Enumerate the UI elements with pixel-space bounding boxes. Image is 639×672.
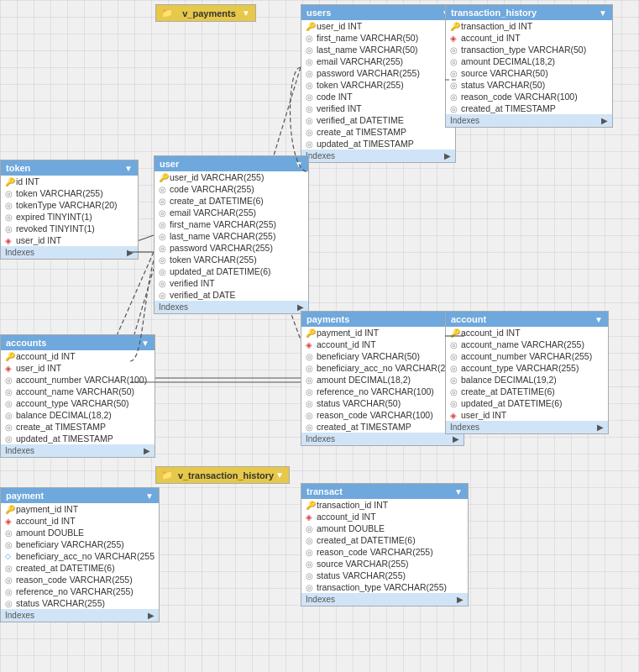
col-icon: ◎ bbox=[5, 201, 13, 209]
table-user-title: user bbox=[160, 159, 179, 169]
table-account-header: account ▼ bbox=[446, 312, 608, 327]
col-icon: ◎ bbox=[306, 116, 314, 124]
payment-sort-arrow: ▼ bbox=[145, 491, 154, 501]
col-icon: ◎ bbox=[306, 92, 314, 101]
col-icon: ◎ bbox=[5, 213, 13, 221]
col-icon: ◎ bbox=[5, 224, 13, 233]
col-icon: ◎ bbox=[306, 69, 314, 77]
col-icon: ◎ bbox=[450, 387, 458, 396]
table-row: ◈account_id INT bbox=[446, 32, 612, 44]
table-row: 🔑payment_id INT bbox=[1, 503, 159, 515]
table-row: 🔑id INT bbox=[1, 176, 138, 187]
table-row: ◎updated_at DATETIME(6) bbox=[155, 265, 308, 277]
table-row: ◎email VARCHAR(255) bbox=[301, 55, 455, 67]
token-sort-arrow: ▼ bbox=[124, 164, 133, 173]
col-icon: ◎ bbox=[5, 399, 13, 407]
key-icon: 🔑 bbox=[450, 22, 458, 30]
table-v-transaction-history-icon: 📁 bbox=[161, 470, 173, 480]
table-token-footer: Indexes▶ bbox=[1, 246, 138, 259]
table-row: ◎amount DECIMAL(18,2) bbox=[301, 374, 464, 386]
table-row: ◎source VARCHAR(255) bbox=[301, 558, 468, 570]
table-row: ◎create_at TIMESTAMP bbox=[301, 126, 455, 138]
table-account-title: account bbox=[451, 314, 486, 324]
col-icon: ◎ bbox=[450, 352, 458, 360]
col-icon: ◎ bbox=[450, 364, 458, 372]
table-payments-header: payments ▼ bbox=[301, 312, 464, 327]
table-row: 🔑user_id INT bbox=[301, 20, 455, 32]
table-row: ◈user_id INT bbox=[1, 234, 138, 246]
table-row: 🔑transaction_id INT bbox=[446, 20, 612, 32]
table-row: ◎amount DECIMAL(18,2) bbox=[446, 55, 612, 67]
transact-sort-arrow: ▼ bbox=[454, 487, 463, 496]
table-transact-title: transact bbox=[306, 486, 343, 496]
table-v-payments-header: 📁 v_payments ▼ bbox=[156, 5, 255, 21]
table-row: ◎transaction_type VARCHAR(50) bbox=[446, 44, 612, 55]
fk-icon: ◈ bbox=[450, 411, 458, 419]
col-icon: ◎ bbox=[306, 34, 314, 42]
table-row: ◎status VARCHAR(255) bbox=[1, 597, 159, 609]
key-icon: 🔑 bbox=[159, 173, 167, 181]
table-users: users ▼ 🔑user_id INT ◎first_name VARCHAR… bbox=[301, 4, 456, 163]
key-icon: 🔑 bbox=[306, 501, 314, 509]
table-payment-title: payment bbox=[6, 491, 44, 501]
table-account-footer: Indexes▶ bbox=[446, 421, 608, 433]
table-user: user ▼ 🔑user_id VARCHAR(255) ◎code VARCH… bbox=[154, 155, 309, 314]
user-sort-arrow: ▼ bbox=[295, 160, 303, 169]
table-row: ◎updated_at DATETIME(6) bbox=[446, 397, 608, 409]
col-icon: ◎ bbox=[450, 399, 458, 407]
table-row: ◈user_id INT bbox=[446, 409, 608, 421]
col-icon: ◎ bbox=[5, 599, 13, 607]
table-row: ◎reason_code VARCHAR(255) bbox=[1, 574, 159, 585]
col-icon: ◎ bbox=[159, 208, 167, 217]
col-icon: ◎ bbox=[159, 232, 167, 240]
table-row: ◎amount DOUBLE bbox=[1, 527, 159, 538]
table-row: ◎amount DOUBLE bbox=[301, 522, 468, 534]
table-row: ◎code VARCHAR(255) bbox=[155, 183, 308, 195]
table-row: ◎created_at TIMESTAMP bbox=[301, 421, 464, 433]
table-row: ◎account_type VARCHAR(50) bbox=[1, 397, 155, 409]
key-icon: 🔑 bbox=[5, 177, 13, 186]
table-row: ◎tokenType VARCHAR(20) bbox=[1, 199, 138, 211]
vth-sort-arrow: ▼ bbox=[275, 470, 284, 480]
table-users-title: users bbox=[306, 8, 331, 18]
col-icon: ◎ bbox=[306, 524, 314, 533]
table-user-header: user ▼ bbox=[155, 156, 308, 171]
col-icon: ◎ bbox=[306, 364, 314, 372]
table-payments: payments ▼ 🔑payment_id INT ◈account_id I… bbox=[301, 311, 464, 446]
table-row: 🔑account_id INT bbox=[1, 350, 155, 362]
col-icon: ◎ bbox=[450, 375, 458, 384]
table-transaction-history: transaction_history ▼ 🔑transaction_id IN… bbox=[445, 4, 613, 128]
table-accounts-title: accounts bbox=[6, 338, 46, 348]
nullable-icon: ◇ bbox=[5, 552, 13, 560]
col-icon: ◎ bbox=[450, 81, 458, 89]
table-row: ◎source VARCHAR(50) bbox=[446, 67, 612, 79]
table-accounts-footer: Indexes▶ bbox=[1, 444, 155, 457]
table-token: token ▼ 🔑id INT ◎token VARCHAR(255) ◎tok… bbox=[0, 160, 139, 260]
table-row: ◎beneficiary VARCHAR(255) bbox=[1, 538, 159, 550]
col-icon: ◎ bbox=[306, 128, 314, 136]
table-row: ◎transaction_type VARCHAR(255) bbox=[301, 581, 468, 593]
table-row: ◎created_at TIMESTAMP bbox=[446, 102, 612, 114]
col-icon: ◎ bbox=[306, 411, 314, 419]
table-accounts-header: accounts ▼ bbox=[1, 335, 155, 350]
table-row: ◎create_at DATETIME(6) bbox=[446, 386, 608, 397]
col-icon: ◎ bbox=[450, 57, 458, 66]
col-icon: ◎ bbox=[306, 139, 314, 148]
table-row: ◎reason_code VARCHAR(255) bbox=[301, 546, 468, 558]
col-icon: ◎ bbox=[306, 375, 314, 384]
table-row: ◎account_name VARCHAR(255) bbox=[446, 339, 608, 350]
table-row: ◇beneficiary_acc_no VARCHAR(255 bbox=[1, 550, 159, 562]
key-icon: 🔑 bbox=[450, 328, 458, 337]
col-icon: ◎ bbox=[306, 352, 314, 360]
account-sort-arrow: ▼ bbox=[594, 315, 603, 324]
fk-icon: ◈ bbox=[450, 34, 458, 42]
col-icon: ◎ bbox=[5, 528, 13, 537]
table-row: ◎reason_code VARCHAR(100) bbox=[301, 409, 464, 421]
table-account: account ▼ 🔑account_id INT ◎account_name … bbox=[445, 311, 609, 434]
table-transaction-history-title: transaction_history bbox=[451, 8, 537, 18]
table-users-header: users ▼ bbox=[301, 5, 455, 20]
table-row: ◎balance DECIMAL(19,2) bbox=[446, 374, 608, 386]
col-icon: ◎ bbox=[306, 387, 314, 396]
col-icon: ◎ bbox=[5, 411, 13, 419]
table-row: ◎created_at DATETIME(6) bbox=[301, 534, 468, 546]
